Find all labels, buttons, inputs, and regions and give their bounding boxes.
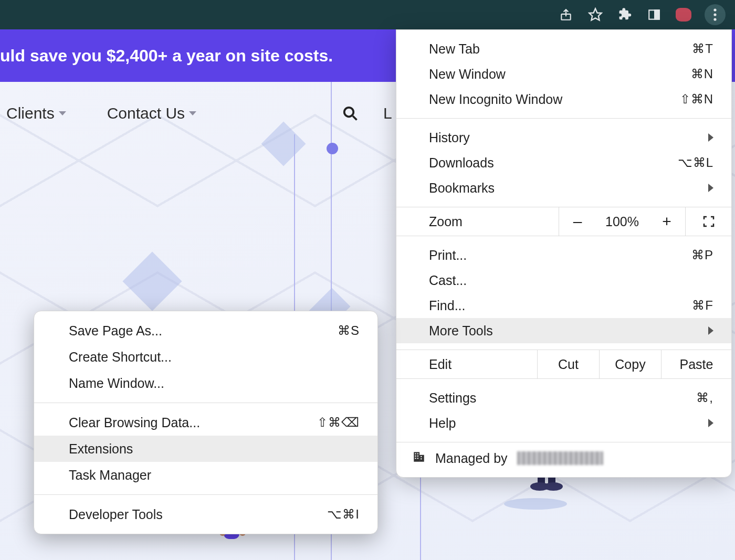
submenu-task-manager[interactable]: Task Manager	[34, 462, 377, 488]
menu-label: Save Page As...	[69, 323, 162, 339]
menu-zoom-label: Zoom	[396, 207, 559, 236]
menu-label: Task Manager	[69, 468, 151, 483]
panel-icon[interactable]	[646, 6, 663, 23]
svg-rect-3	[655, 10, 659, 19]
menu-label: Extensions	[69, 441, 133, 457]
menu-label: Help	[429, 416, 456, 431]
menu-shortcut: ⌥⌘I	[327, 507, 360, 522]
menu-label: New Window	[429, 67, 506, 82]
svg-rect-22	[415, 456, 416, 457]
menu-label: New Incognito Window	[429, 92, 562, 107]
chrome-main-menu: New Tab ⌘T New Window ⌘N New Incognito W…	[396, 29, 732, 478]
menu-print[interactable]: Print... ⌘P	[396, 242, 731, 268]
menu-label: Name Window...	[69, 376, 164, 391]
zoom-out-button[interactable]: –	[559, 207, 596, 236]
submenu-create-shortcut[interactable]: Create Shortcut...	[34, 344, 377, 370]
submenu-name-window[interactable]: Name Window...	[34, 370, 377, 396]
star-icon[interactable]	[587, 6, 604, 23]
menu-find[interactable]: Find... ⌘F	[396, 293, 731, 318]
svg-rect-20	[415, 453, 416, 455]
menu-label: Developer Tools	[69, 507, 163, 522]
menu-shortcut: ⌘N	[691, 67, 713, 81]
menu-bookmarks[interactable]: Bookmarks	[396, 175, 731, 200]
chevron-down-icon	[59, 111, 66, 115]
svg-rect-26	[421, 456, 422, 457]
menu-more-tools[interactable]: More Tools	[396, 318, 731, 343]
submenu-developer-tools[interactable]: Developer Tools ⌥⌘I	[34, 501, 377, 527]
menu-label: New Tab	[429, 41, 480, 57]
menu-shortcut: ⌘S	[338, 323, 360, 338]
svg-rect-27	[421, 458, 422, 459]
promo-banner-text: uld save you $2,400+ a year on site cost…	[0, 46, 333, 66]
svg-rect-18	[414, 452, 419, 461]
menu-shortcut: ⌘F	[692, 298, 713, 313]
svg-rect-24	[415, 458, 416, 459]
chrome-menu-button[interactable]	[705, 4, 726, 25]
menu-label: History	[429, 130, 470, 145]
menu-cast[interactable]: Cast...	[396, 268, 731, 293]
svg-line-17	[353, 116, 357, 120]
edit-copy-button[interactable]: Copy	[599, 350, 661, 378]
menu-shortcut: ⌘P	[691, 248, 713, 262]
menu-managed-by[interactable]: Managed by	[396, 442, 731, 477]
menu-shortcut: ⌘T	[692, 41, 713, 56]
menu-new-window[interactable]: New Window ⌘N	[396, 61, 731, 87]
menu-label: Cast...	[429, 273, 467, 288]
submenu-save-page[interactable]: Save Page As... ⌘S	[34, 318, 377, 344]
menu-label: Print...	[429, 248, 467, 263]
menu-label: Settings	[429, 390, 476, 406]
submenu-arrow-icon	[708, 419, 713, 427]
nav-contact[interactable]: Contact Us	[107, 104, 196, 122]
menu-label: Downloads	[429, 155, 494, 171]
profile-avatar[interactable]	[675, 6, 692, 23]
chevron-down-icon	[189, 111, 196, 115]
submenu-extensions[interactable]: Extensions	[34, 436, 377, 462]
building-icon	[412, 450, 426, 467]
svg-marker-1	[589, 8, 601, 20]
menu-new-incognito[interactable]: New Incognito Window ⇧⌘N	[396, 87, 731, 112]
svg-rect-21	[417, 453, 418, 455]
search-button[interactable]	[342, 105, 358, 121]
zoom-value: 100%	[596, 207, 648, 236]
fullscreen-button[interactable]	[685, 207, 731, 236]
nav-label: L	[383, 104, 392, 122]
submenu-arrow-icon	[708, 184, 713, 192]
more-tools-submenu: Save Page As... ⌘S Create Shortcut... Na…	[34, 311, 378, 534]
svg-point-5	[713, 13, 716, 16]
svg-rect-23	[417, 456, 418, 457]
menu-shortcut: ⇧⌘⌫	[317, 415, 360, 430]
svg-point-4	[713, 8, 716, 11]
edit-cut-button[interactable]: Cut	[537, 350, 599, 378]
menu-label: Bookmarks	[429, 181, 495, 196]
svg-point-14	[530, 482, 549, 491]
menu-edit-row: Edit Cut Copy Paste	[396, 350, 731, 379]
zoom-in-button[interactable]: +	[648, 207, 685, 236]
managed-by-text: Managed by	[435, 451, 508, 466]
menu-help[interactable]: Help	[396, 410, 731, 436]
nav-clients[interactable]: Clients	[6, 104, 66, 122]
share-icon[interactable]	[558, 6, 574, 23]
submenu-arrow-icon	[708, 133, 713, 142]
menu-downloads[interactable]: Downloads ⌥⌘L	[396, 150, 731, 175]
menu-history[interactable]: History	[396, 125, 731, 150]
nav-label: Contact Us	[107, 104, 185, 122]
extensions-icon[interactable]	[616, 6, 633, 23]
menu-new-tab[interactable]: New Tab ⌘T	[396, 36, 731, 61]
menu-label: More Tools	[429, 323, 493, 339]
menu-label: Clear Browsing Data...	[69, 415, 200, 430]
nav-partial-text: L	[383, 104, 392, 122]
menu-label: Find...	[429, 298, 465, 313]
submenu-clear-browsing-data[interactable]: Clear Browsing Data... ⇧⌘⌫	[34, 409, 377, 436]
menu-edit-label: Edit	[396, 350, 537, 378]
menu-shortcut: ⇧⌘N	[680, 92, 713, 107]
edit-paste-button[interactable]: Paste	[661, 350, 731, 378]
submenu-arrow-icon	[708, 326, 713, 335]
menu-label: Create Shortcut...	[69, 350, 172, 365]
browser-toolbar	[0, 0, 735, 29]
menu-shortcut: ⌘,	[696, 390, 713, 405]
svg-point-16	[344, 108, 354, 117]
menu-shortcut: ⌥⌘L	[678, 155, 713, 170]
svg-point-15	[544, 482, 563, 491]
managed-by-org-redacted	[517, 451, 603, 465]
menu-settings[interactable]: Settings ⌘,	[396, 385, 731, 410]
